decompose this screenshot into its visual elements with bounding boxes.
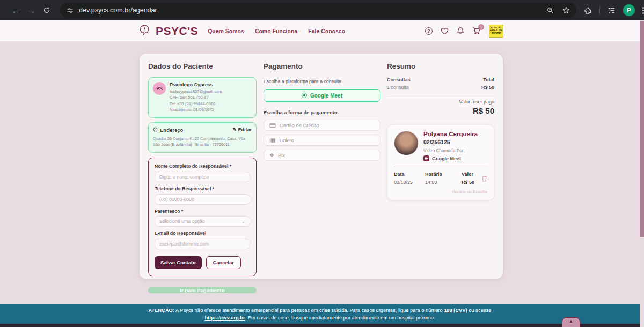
main-nav: Quem Somos Como Funciona Fale Conosco <box>208 28 345 34</box>
save-contact-button[interactable]: Salvar Contato <box>155 256 202 269</box>
professional-photo <box>394 131 419 155</box>
address-text: Quadra 36 Conjunto K, 22 Complemento: Ca… <box>153 136 252 148</box>
toolbar-separator <box>599 6 600 14</box>
professional-name: Polyana Cerqueira <box>423 131 478 137</box>
date-label: Data <box>394 172 425 177</box>
site-settings-icon[interactable] <box>67 7 74 14</box>
location-pin-icon <box>153 127 158 133</box>
to-pay-value: R$ 50 <box>387 106 494 115</box>
value-label: Valor <box>462 172 481 177</box>
scroll-to-top-button[interactable]: ▲ <box>562 317 580 327</box>
credit-card-icon <box>269 123 276 128</box>
bookmark-star-icon[interactable] <box>562 6 570 14</box>
pix-icon: ❖ <box>269 152 274 158</box>
go-to-payment-button[interactable]: Ir para Pagamento <box>148 287 257 293</box>
patient-email: testecypress857@gmail.com <box>170 88 222 94</box>
video-platform-name: Google Meet <box>432 156 461 161</box>
cvv-phone-link[interactable]: 188 (CVV) <box>444 308 467 313</box>
method-credit-card-option[interactable]: Cartão de Crédito <box>264 120 380 131</box>
patient-section-title: Dados do Paciente <box>148 62 257 70</box>
platform-label: Escolha a plataforma para a consulta <box>264 79 380 84</box>
help-icon[interactable]: ? <box>425 27 433 35</box>
guardian-email-input[interactable] <box>155 239 250 249</box>
brand-logo[interactable]: PSYC'S <box>138 24 198 39</box>
crisis-warning-footer: ATENÇÃO: A Psycs não oferece atendimento… <box>0 304 640 324</box>
patient-phone: Tel: +55 (61) 99844-6676 <box>170 101 222 107</box>
notifications-bell-icon[interactable] <box>457 27 464 35</box>
cart-badge: 1 <box>478 24 484 30</box>
time-label: Horário <box>425 172 462 177</box>
delete-appointment-trash-icon[interactable] <box>481 175 487 182</box>
payment-column: Pagamento Escolha a plataforma para a co… <box>264 62 380 270</box>
reload-icon[interactable] <box>43 6 50 14</box>
video-camera-icon <box>423 155 429 161</box>
patient-column: Dados do Paciente PS Psicologo Cypress t… <box>148 62 257 270</box>
browser-chrome: ← → dev.psycs.com.br/agendar <box>0 0 644 20</box>
radio-selected-icon <box>302 93 307 98</box>
patient-card: PS Psicologo Cypress testecypress857@gma… <box>148 77 257 118</box>
tab-groups-icon[interactable] <box>608 6 616 14</box>
payment-method-label: Escolha a forma de pagamento <box>264 110 380 115</box>
test-area-badge[interactable]: ATENÇÃO ÁREA DE TESTE <box>489 25 503 38</box>
zoom-icon[interactable] <box>547 7 554 14</box>
method-pix-option[interactable]: ❖ Pix <box>264 150 380 161</box>
consulta-total: R$ 50 <box>481 85 494 90</box>
guardian-name-label: Nome Completo do Responsável * <box>155 164 250 169</box>
back-icon[interactable]: ← <box>12 6 20 14</box>
cvv-site-link[interactable]: https://cvv.org.br <box>204 315 245 321</box>
cancel-button[interactable]: Cancelar <box>206 256 241 269</box>
time-value: 14:00 <box>425 180 462 185</box>
address-card: Endereço ✎ Editar Quadra 36 Conjunto K, … <box>148 122 257 153</box>
favorites-heart-icon[interactable] <box>441 27 449 35</box>
guardian-phone-label: Telefone do Responsável * <box>155 186 250 191</box>
nav-como-funciona[interactable]: Como Funciona <box>255 28 297 34</box>
scrollbar-thumb[interactable] <box>640 21 644 237</box>
footer-attention: ATENÇÃO: <box>148 308 174 313</box>
total-label: Total <box>483 77 494 83</box>
bottom-section-edge <box>0 324 640 327</box>
edit-address-button[interactable]: ✎ Editar <box>232 127 252 132</box>
forward-icon[interactable]: → <box>27 6 35 14</box>
consultas-label: Consultas <box>387 77 411 83</box>
patient-name: Psicologo Cypress <box>170 82 222 87</box>
up-arrow-icon: ▲ <box>569 318 574 324</box>
kinship-select[interactable]: Selecione uma opção ⌄ <box>155 216 250 227</box>
address-bar[interactable]: dev.psycs.com.br/agendar <box>60 3 576 18</box>
cart-icon[interactable]: 1 <box>472 27 481 35</box>
barcode-icon <box>269 138 276 143</box>
consulta-count: 1 consulta <box>387 85 409 90</box>
chevron-down-icon: ⌄ <box>241 219 245 224</box>
kinship-label: Parentesco * <box>155 209 250 214</box>
professional-registration: 02/256125 <box>423 139 478 145</box>
patient-avatar: PS <box>153 82 166 95</box>
guardian-form: Nome Completo do Responsável * Telefone … <box>148 158 257 276</box>
summary-section-title: Resumo <box>387 62 494 70</box>
extensions-icon[interactable] <box>584 6 592 14</box>
method-boleto-option[interactable]: Boleto <box>264 135 380 146</box>
platform-google-meet-option[interactable]: Google Meet <box>264 89 380 102</box>
brand-name: PSYC'S <box>156 25 198 38</box>
nav-quem-somos[interactable]: Quem Somos <box>208 28 244 34</box>
url-text[interactable]: dev.psycs.com.br/agendar <box>79 6 547 14</box>
patient-cpf: CPF: 584.551.750-87 <box>170 94 222 100</box>
date-value: 03/10/25 <box>394 180 425 185</box>
appointment-card: Polyana Cerqueira 02/256125 Video Chamad… <box>387 124 494 200</box>
to-pay-label: Valor a ser pago <box>387 99 494 105</box>
address-title: Endereço <box>160 127 183 133</box>
booking-panel: Dados do Paciente PS Psicologo Cypress t… <box>140 54 503 279</box>
site-header: PSYC'S Quem Somos Como Funciona Fale Con… <box>0 20 644 42</box>
patient-birth: Nascimento: 01/09/1975 <box>170 107 222 113</box>
payment-section-title: Pagamento <box>264 62 380 70</box>
guardian-name-input[interactable] <box>155 172 250 182</box>
nav-fale-conosco[interactable]: Fale Conosco <box>308 28 345 34</box>
timezone-note: Horário de Brasília <box>394 189 487 194</box>
video-call-label: Video Chamada Por: <box>423 148 478 153</box>
guardian-phone-input[interactable] <box>155 194 250 205</box>
value-amount: R$ 50 <box>462 180 481 185</box>
brain-logo-icon <box>138 24 152 39</box>
page-scrollbar[interactable] <box>640 20 644 327</box>
browser-profile-avatar[interactable]: P <box>623 4 635 16</box>
summary-divider <box>387 95 494 95</box>
summary-column: Resumo Consultas Total 1 consulta R$ 50 … <box>387 62 494 270</box>
guardian-email-label: E-mail do Responsável <box>155 231 250 236</box>
